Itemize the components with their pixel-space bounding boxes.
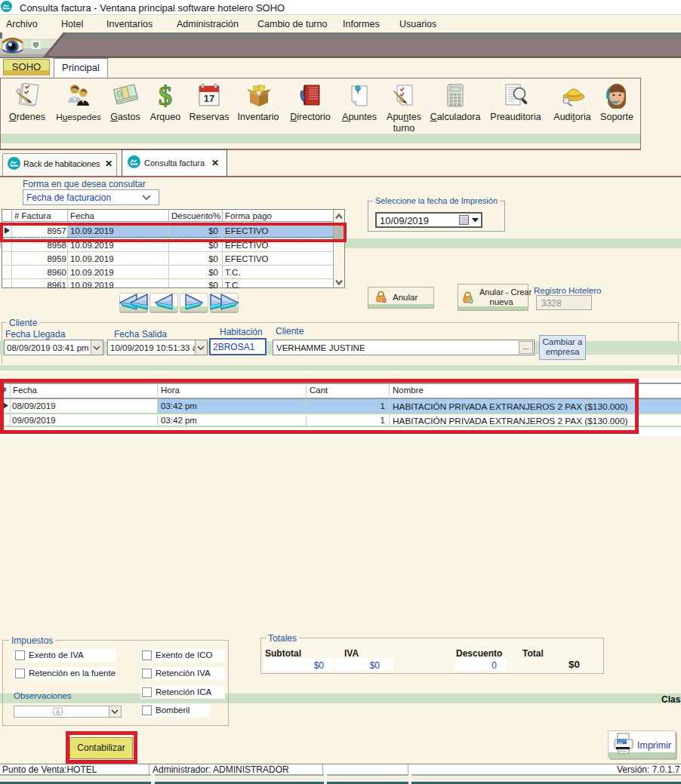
svg-text:17: 17 [204, 93, 214, 104]
svg-text:$: $ [159, 83, 172, 110]
